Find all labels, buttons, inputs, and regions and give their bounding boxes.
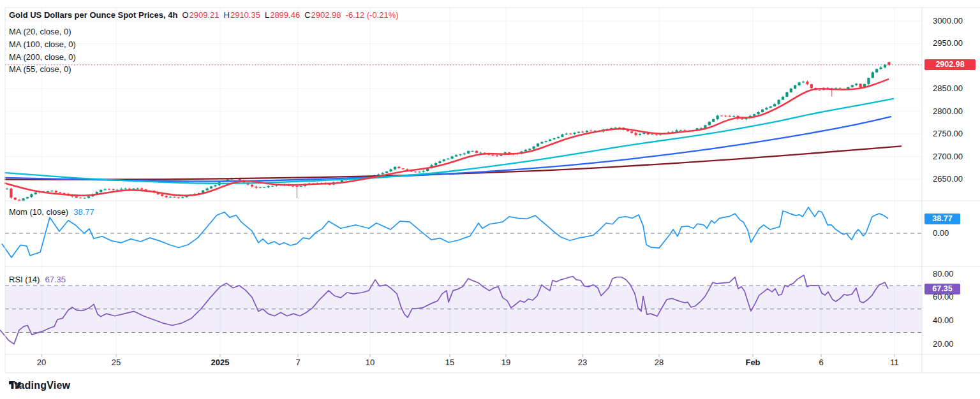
chart-canvas[interactable] xyxy=(0,0,980,399)
ma200-line xyxy=(5,146,901,179)
momentum-line xyxy=(2,207,888,258)
ma20-line xyxy=(5,79,888,196)
tradingview-chart-window: Gold US Dollars per Ounce Spot Prices, 4… xyxy=(0,0,980,399)
